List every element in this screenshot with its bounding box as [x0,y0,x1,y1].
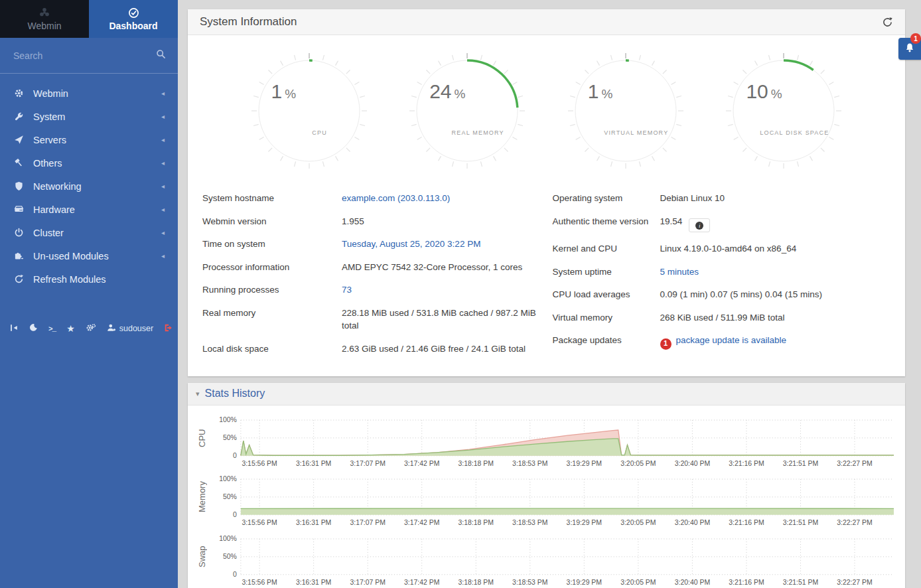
settings-button[interactable] [80,321,102,336]
info-value: Debian Linux 10 [660,186,891,210]
svg-text:3:18:53 PM: 3:18:53 PM [512,519,547,526]
info-label: Package updates [553,329,654,354]
sidebar-item-label: Servers [33,135,66,145]
info-circle-icon: i [695,222,703,230]
svg-text:3:18:53 PM: 3:18:53 PM [512,459,547,467]
gauge-cpu: 1% CPU [248,50,370,172]
info-value: 19.54i [660,210,891,238]
caret-left-icon: ◂ [161,113,165,120]
tab-dashboard[interactable]: Dashboard [89,0,178,38]
webmin-logo-icon [38,7,50,19]
tab-webmin[interactable]: Webmin [0,0,89,38]
svg-text:3:15:56 PM: 3:15:56 PM [242,519,277,526]
info-value: 268 KiB used / 511.99 MiB total [660,306,891,329]
gauge-dial [565,50,687,172]
gavel-icon [13,158,25,168]
caret-left-icon: ◂ [161,229,165,236]
gauge-local-disk-space: 10% LOCAL DISK SPACE [723,50,845,172]
svg-text:3:17:42 PM: 3:17:42 PM [404,519,439,526]
sidebar-item-networking[interactable]: Networking◂ [0,175,178,198]
favorites-button[interactable]: ★ [61,321,80,336]
svg-text:3:21:51 PM: 3:21:51 PM [783,519,818,526]
info-link[interactable]: 73 [342,285,352,295]
gauge-label: REAL MEMORY [406,129,528,136]
stats-history-header[interactable]: ▾ Stats History [188,383,905,405]
info-value: 0.09 (1 min) 0.07 (5 mins) 0.04 (15 mins… [660,283,891,306]
info-column-right: Operating systemDebian Linux 10Authentic… [553,186,891,360]
shield-icon [13,181,25,191]
swap-axis-label: Swap [197,536,210,577]
svg-text:0: 0 [233,452,237,459]
info-label: Virtual memory [553,306,654,329]
info-link[interactable]: 5 minutes [660,267,699,277]
page-title: System Information [200,15,297,29]
user-name-label: sudouser [119,324,153,333]
gauges-row: 1% CPU 24% REAL MEMORY 1% VIRTUAL MEMORY… [188,35,905,183]
sidebar-item-label: Networking [33,181,82,192]
caret-left-icon: ◂ [161,90,165,97]
caret-left-icon: ◂ [161,136,165,143]
info-label: Authentic theme version [553,210,654,238]
sidebar-item-refresh-modules[interactable]: Refresh Modules [0,267,178,291]
sidebar-item-servers[interactable]: Servers◂ [0,128,178,151]
svg-text:3:15:56 PM: 3:15:56 PM [242,459,277,467]
svg-text:3:18:18 PM: 3:18:18 PM [459,459,494,467]
notification-bell-button[interactable]: 1 [898,38,921,60]
info-link[interactable]: package update is available [676,335,787,345]
user-menu[interactable]: sudouser [102,321,159,336]
puzzle-icon [13,251,25,261]
sidebar-collapse-button[interactable] [4,321,24,336]
svg-text:3:17:42 PM: 3:17:42 PM [404,579,439,586]
gauge-real-memory: 24% REAL MEMORY [406,50,528,172]
gauge-dial [723,50,845,172]
info-link[interactable]: Tuesday, August 25, 2020 3:22 PM [342,239,480,249]
gears-icon [86,323,96,334]
info-value: 5 minutes [660,260,891,283]
info-value: 1package update is available [660,329,891,354]
svg-text:3:22:27 PM: 3:22:27 PM [837,519,872,526]
sidebar-user-bar: >_★sudouser [0,319,178,338]
dashboard-icon [128,7,139,19]
svg-text:3:20:05 PM: 3:20:05 PM [620,459,656,467]
terminal-button[interactable]: >_ [43,321,61,336]
svg-text:3:16:31 PM: 3:16:31 PM [296,459,331,467]
caret-left-icon: ◂ [161,252,165,259]
night-mode-button[interactable] [24,321,43,336]
search-input[interactable] [12,50,156,62]
svg-text:0: 0 [233,511,237,518]
info-value: 2.63 GiB used / 21.46 GiB free / 24.1 Gi… [342,337,541,360]
logout-button[interactable] [159,321,178,336]
svg-text:3:20:05 PM: 3:20:05 PM [620,519,656,526]
info-label: Running processes [202,278,335,301]
theme-info-button[interactable]: i [689,218,710,232]
gauge-value: 1% [588,80,613,103]
sidebar-item-others[interactable]: Others◂ [0,151,178,175]
info-label: Real memory [202,301,335,337]
refresh-button[interactable] [882,17,893,28]
svg-text:3:22:27 PM: 3:22:27 PM [837,579,872,586]
star-icon: ★ [66,323,75,334]
search-icon [156,49,166,62]
tab-dashboard-label: Dashboard [109,21,157,31]
svg-text:3:22:27 PM: 3:22:27 PM [837,459,872,467]
svg-text:100%: 100% [219,416,237,423]
svg-text:3:20:40 PM: 3:20:40 PM [675,519,710,526]
sidebar-item-label: Cluster [33,228,64,238]
info-label: Local disk space [202,337,335,360]
info-value: 228.18 MiB used / 531.8 MiB cached / 987… [342,301,541,337]
sidebar-item-hardware[interactable]: Hardware◂ [0,198,178,221]
sidebar-item-un-used-modules[interactable]: Un-used Modules◂ [0,244,178,267]
panel-header: System Information [188,9,905,35]
svg-text:3:16:31 PM: 3:16:31 PM [296,519,331,526]
info-value: Linux 4.19.0-10-amd64 on x86_64 [660,237,891,260]
sidebar-item-system[interactable]: System◂ [0,105,178,128]
gauge-value: 24% [429,80,465,103]
refresh-icon [13,274,25,284]
sidebar-item-cluster[interactable]: Cluster◂ [0,221,178,244]
info-link[interactable]: example.com (203.0.113.0) [342,193,450,203]
swap-chart: 100%50%03:15:56 PM3:16:31 PM3:17:07 PM3:… [210,535,901,588]
sidebar-item-webmin[interactable]: Webmin◂ [0,82,178,105]
info-label: System hostname [202,186,335,210]
gauge-label: CPU [248,129,370,136]
memory-chart: 100%50%03:15:56 PM3:16:31 PM3:17:07 PM3:… [210,475,901,528]
